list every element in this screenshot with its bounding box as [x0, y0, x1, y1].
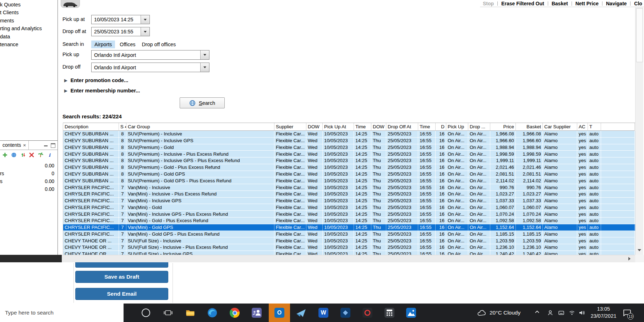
car-image[interactable] — [61, 0, 80, 8]
task-view-icon[interactable] — [163, 308, 173, 318]
column-header-drop-off-at[interactable]: Drop Off At — [386, 123, 418, 131]
column-header-car-group[interactable]: Car Group — [126, 123, 274, 131]
scroll-down-icon[interactable] — [635, 246, 643, 254]
dropdown-arrow-icon[interactable] — [200, 50, 209, 59]
result-row[interactable]: CHEVY SUBURBAN ...8SUV(Premium) - Gold G… — [63, 171, 635, 178]
transfer-icon[interactable] — [20, 152, 26, 158]
close-icon[interactable]: × — [23, 143, 26, 148]
cortana-icon[interactable] — [142, 308, 150, 317]
column-header-supplier[interactable]: Supplier — [274, 123, 306, 131]
promotion-code-toggle[interactable]: ▶ Enter promotion code... — [64, 77, 128, 83]
outlook-icon[interactable]: O — [274, 307, 285, 318]
teams-icon[interactable] — [251, 307, 262, 318]
chrome-icon[interactable] — [229, 307, 240, 318]
result-row[interactable]: CHEVY SUBURBAN ...8SUV(Premium) - Gold -… — [63, 164, 635, 171]
result-row[interactable]: CHEVY SUBURBAN ...8SUV(Premium) - Gold G… — [63, 177, 635, 184]
column-header-drop[interactable]: Drop ... — [468, 123, 490, 131]
sidebar-item-k-quotes[interactable]: k Quotes — [0, 1, 56, 9]
calculator-icon[interactable] — [384, 307, 395, 318]
column-header-s[interactable]: S▲ — [119, 123, 126, 131]
column-header-time[interactable]: Time — [354, 123, 371, 131]
result-row[interactable]: CHRYSLER PACIFIC...7Van(Mini) - Gold GPS… — [63, 231, 635, 237]
minimize-icon[interactable] — [44, 143, 48, 147]
weather-widget[interactable]: 20°C Cloudy — [476, 304, 520, 322]
search-in-option-drop-off-offices[interactable]: Drop off offices — [140, 41, 178, 48]
column-header-ac[interactable]: AC — [577, 123, 588, 131]
app-icon-red[interactable] — [362, 307, 373, 318]
tab-contents[interactable]: contents × — [0, 141, 29, 150]
result-row[interactable]: CHEVY SUBURBAN ...8SUV(Premium) - Inclus… — [63, 151, 635, 157]
column-header-dow[interactable]: DOW — [371, 123, 386, 131]
sidebar-item-rting-and-analytics[interactable]: rting and Analytics — [0, 25, 56, 32]
result-row[interactable]: CHEVY SUBURBAN ...8SUV(Premium) - GoldFl… — [63, 144, 635, 151]
result-row[interactable]: CHEVY SUBURBAN ...8SUV(Premium) - Inclus… — [63, 138, 635, 144]
dropdown-arrow-icon[interactable] — [141, 15, 149, 24]
pickup-at-select[interactable]: 10/05/2023 14:25 — [91, 15, 150, 24]
toolbar-nett-price[interactable]: Nett Price — [575, 1, 599, 6]
toolbar-navigate[interactable]: Navigate — [606, 1, 627, 6]
dropdown-arrow-icon[interactable] — [200, 63, 209, 72]
column-header-description[interactable]: Description — [63, 123, 119, 131]
wifi-icon[interactable] — [569, 310, 575, 316]
result-row[interactable]: CHRYSLER PACIFIC...7Van(Mini) - Inclusiv… — [63, 198, 635, 204]
pickup-location-select[interactable]: Orlando Intl Airport — [91, 50, 209, 60]
clipped-button[interactable] — [75, 262, 168, 268]
result-row[interactable]: CHRYSLER PACIFIC...7Van(Mini) - GoldFlex… — [63, 204, 635, 211]
search-in-option-offices[interactable]: Offices — [118, 41, 137, 48]
dropoff-at-select[interactable]: 25/05/2023 16:55 — [91, 27, 150, 36]
column-header-time[interactable]: Time — [418, 123, 436, 131]
taskbar-clock[interactable]: 13:05 23/07/2021 — [586, 306, 621, 320]
palm-tree-icon[interactable] — [38, 152, 43, 158]
search-button[interactable]: Search — [180, 97, 225, 108]
column-header-price[interactable]: Price — [490, 123, 516, 131]
column-header-d[interactable]: D — [436, 123, 446, 131]
result-row[interactable]: CHRYSLER PACIFIC...7Van(Mini) - Inclusiv… — [63, 184, 635, 191]
paper-plane-icon[interactable] — [296, 307, 306, 318]
column-header-t[interactable]: T — [588, 123, 601, 131]
word-icon[interactable]: W — [318, 307, 329, 318]
toolbar-clo[interactable]: Clo — [634, 1, 642, 6]
result-row[interactable]: CHRYSLER PACIFIC...7Van(Mini) - Gold GPS… — [63, 224, 635, 231]
column-header-car-supplier[interactable]: Car Supplier — [543, 123, 577, 131]
result-row[interactable]: CHEVY SUBURBAN ...8SUV(Premium) - Inclus… — [63, 131, 635, 138]
delete-icon[interactable] — [29, 152, 34, 158]
vertical-scrollbar[interactable] — [635, 7, 643, 255]
column-header-pick-up-at[interactable]: Pick Up At — [323, 123, 354, 131]
result-row[interactable]: CHRYSLER PACIFIC...7Van(Mini) - Inclusiv… — [63, 211, 635, 218]
result-row[interactable]: CHEVY TAHOE OR ...7SUV(Full Size) - Incl… — [63, 244, 635, 251]
toolbar-basket[interactable]: Basket — [552, 1, 568, 6]
scroll-right-icon[interactable] — [626, 255, 633, 262]
edge-icon[interactable] — [207, 307, 218, 318]
dropoff-location-select[interactable]: Orlando Intl Airport — [91, 63, 209, 72]
sidebar-item-data[interactable]: data — [0, 33, 56, 41]
save-as-draft-button[interactable]: Save as Draft — [75, 271, 168, 283]
hidden-icons-chevron[interactable] — [535, 310, 540, 313]
person-tray-icon[interactable] — [547, 310, 553, 316]
result-row[interactable]: CHEVY SUBURBAN ...8SUV(Premium) - Inclus… — [63, 157, 635, 164]
globe-icon[interactable] — [11, 152, 17, 158]
search-in-option-airports[interactable]: Airports — [91, 41, 115, 48]
result-row[interactable]: CHRYSLER PACIFIC...7Van(Mini) - Inclusiv… — [63, 191, 635, 198]
column-header-dow[interactable]: DOW — [306, 123, 323, 131]
keyboard-tray-icon[interactable] — [558, 310, 564, 316]
app-icon-blue[interactable] — [340, 307, 351, 318]
horizontal-scrollbar[interactable] — [62, 255, 635, 262]
add-icon[interactable] — [2, 152, 8, 158]
maximize-icon[interactable] — [51, 143, 55, 148]
sidebar-item-ments[interactable]: ments — [0, 17, 56, 25]
column-header-basket[interactable]: Basket — [516, 123, 543, 131]
taskbar-search-input[interactable]: Type here to search — [0, 304, 124, 322]
info-icon[interactable]: i — [47, 152, 52, 158]
send-email-button[interactable]: Send Email — [75, 288, 168, 300]
result-row[interactable]: CHRYSLER PACIFIC...7Van(Mini) - Gold - P… — [63, 218, 635, 224]
membership-number-toggle[interactable]: ▶ Enter membership number... — [64, 88, 140, 93]
sidebar-item-t-clients[interactable]: t Clients — [0, 9, 56, 16]
volume-icon[interactable] — [579, 310, 585, 316]
photos-icon[interactable] — [406, 307, 416, 318]
dropdown-arrow-icon[interactable] — [141, 27, 149, 36]
file-explorer-icon[interactable] — [185, 307, 196, 318]
result-row[interactable]: CHEVY TAHOE OR ...7SUV(Full Size) - Incl… — [63, 237, 635, 244]
vertical-scrollbar-thumb[interactable] — [636, 8, 643, 62]
action-center-icon[interactable]: 13 — [622, 308, 633, 319]
toolbar-erase-filtered-out[interactable]: Erase Filtered Out — [501, 1, 544, 6]
